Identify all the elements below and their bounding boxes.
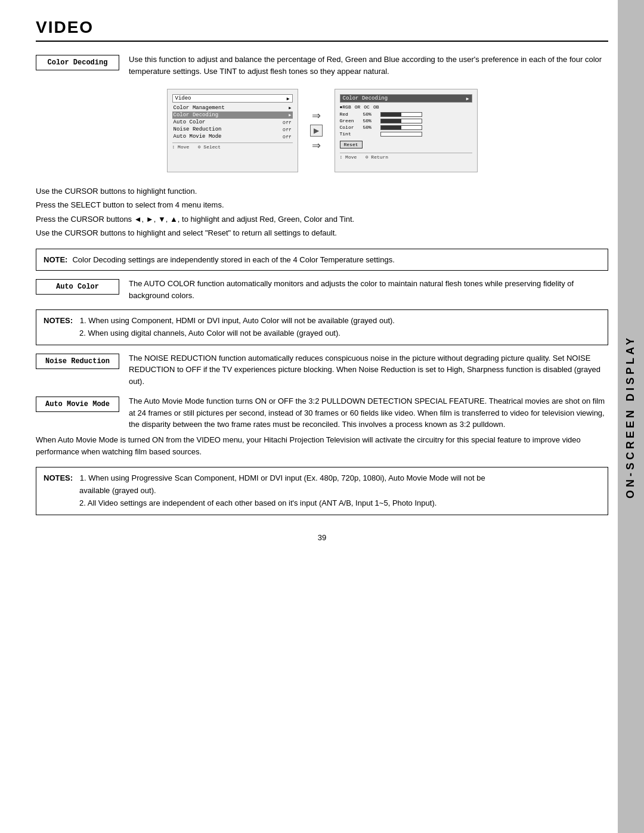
auto-color-text: The AUTO COLOR function automatically mo…	[129, 278, 608, 301]
color-decoding-label: Color Decoding	[36, 55, 119, 70]
osd-left-footer: ↕ Move ⊙ Select	[172, 143, 293, 150]
osd-bar-color: Color 50%	[340, 125, 472, 130]
auto-color-label: Auto Color	[36, 279, 119, 295]
noise-reduction-label: Noise Reduction	[36, 354, 119, 369]
notes-item-3-1b: available (grayed out).	[79, 486, 156, 495]
osd-right-title-arrow: ▶	[466, 96, 469, 101]
color-decoding-text: Use this function to adjust and balance …	[129, 54, 608, 77]
osd-bar-red: Red 50%	[340, 112, 472, 117]
osd-screen-right: Color Decoding ▶ ●RGB OR OC OB Red 50% G…	[335, 89, 478, 172]
osd-right-title: Color Decoding ▶	[340, 94, 472, 103]
osd-left-title: Video ▶	[172, 94, 293, 103]
instruction-line1: Use the CURSOR buttons to highlight func…	[36, 184, 608, 198]
notes-label-3: NOTES:	[44, 473, 73, 482]
osd-screen-left: Video ▶ Color Management ▶ Color Decodin…	[167, 89, 298, 172]
vertical-label: ON-SCREEN DISPLAY	[618, 0, 644, 833]
notes-item-3-2: 2. All Video settings are independent of…	[79, 498, 436, 507]
page-title: VIDEO	[36, 18, 608, 42]
page-number: 39	[36, 533, 608, 542]
osd-item-color-management: Color Management ▶	[172, 104, 293, 112]
auto-color-section: Auto Color The AUTO COLOR function autom…	[36, 278, 608, 301]
note-label-1: NOTE:	[44, 255, 67, 264]
notes-box-3: NOTES: 1. When using Progressive Scan Co…	[36, 467, 608, 515]
notes-item-2-2: 2. When using digital channels, Auto Col…	[79, 329, 340, 337]
arrow-transition: ⇒ ▶ ⇒	[310, 109, 323, 152]
auto-movie-text2: When Auto Movie Mode is turned ON from t…	[36, 434, 608, 459]
osd-item-noise-reduction: Noise Reduction Off	[172, 126, 293, 133]
osd-item-auto-movie: Auto Movie Mode Off	[172, 133, 293, 140]
auto-movie-section: Auto Movie Mode The Auto Movie Mode func…	[36, 395, 608, 431]
osd-diagram: Video ▶ Color Management ▶ Color Decodin…	[36, 89, 608, 172]
arrow-button: ▶	[310, 125, 323, 137]
osd-item-auto-color: Auto Color Off	[172, 119, 293, 126]
osd-bar-tint: Tint	[340, 131, 472, 137]
noise-reduction-section: Noise Reduction The NOISE REDUCTION func…	[36, 352, 608, 388]
note-text-1: Color Decoding settings are independentl…	[72, 255, 394, 264]
instructions-block: Use the CURSOR buttons to highlight func…	[36, 184, 608, 240]
notes-box-2: NOTES: 1. When using Component, HDMI or …	[36, 309, 608, 345]
instruction-line3: Press the CURSOR buttons ◄, ►, ▼, ▲, to …	[36, 212, 608, 226]
osd-reset-button: Reset	[340, 141, 363, 148]
note-box-1: NOTE:Color Decoding settings are indepen…	[36, 249, 608, 271]
osd-item-color-decoding: Color Decoding ▶	[172, 112, 293, 119]
notes-item-2-1: 1. When using Component, HDMI or DVI inp…	[80, 316, 395, 325]
auto-movie-label: Auto Movie Mode	[36, 397, 119, 412]
osd-right-footer: ↕ Move ⊙ Return	[340, 153, 472, 160]
auto-movie-text: The Auto Movie Mode function turns ON or…	[129, 395, 608, 431]
instruction-line2: Press the SELECT button to select from 4…	[36, 198, 608, 212]
osd-left-title-arrow: ▶	[287, 96, 290, 101]
notes-label-2: NOTES:	[44, 316, 73, 325]
noise-reduction-text: The NOISE REDUCTION function automatical…	[129, 352, 608, 388]
osd-bar-green: Green 50%	[340, 118, 472, 123]
instruction-line4: Use the CURSOR buttons to highlight and …	[36, 226, 608, 240]
osd-reset-container: Reset	[340, 139, 472, 150]
color-decoding-section: Color Decoding Use this function to adju…	[36, 54, 608, 77]
notes-item-3-1: 1. When using Progressive Scan Component…	[80, 473, 485, 482]
osd-radio-row: ●RGB OR OC OB	[340, 104, 472, 110]
